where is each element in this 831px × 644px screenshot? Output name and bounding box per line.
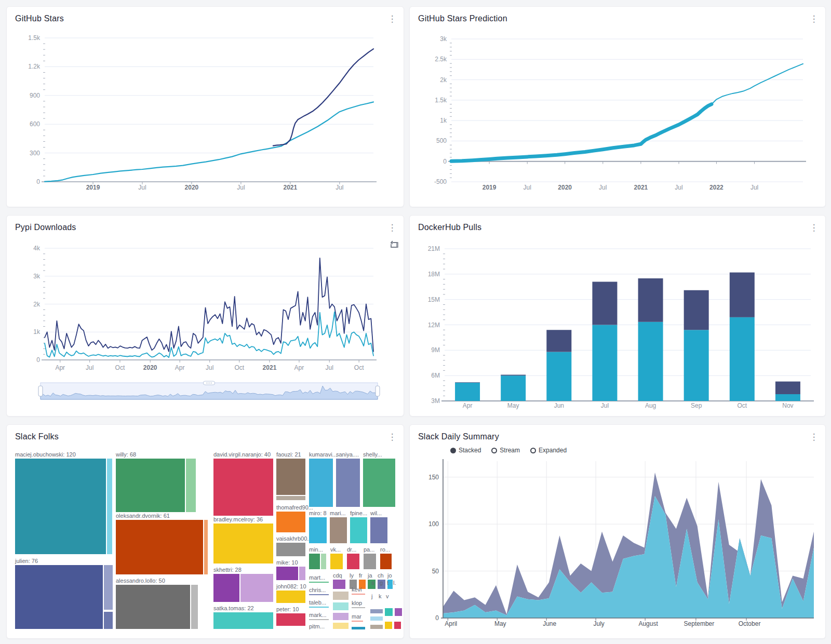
treemap-block[interactable] <box>276 591 305 603</box>
treemap-block[interactable] <box>352 594 365 595</box>
svg-text:May: May <box>507 402 519 409</box>
treemap-block[interactable] <box>370 616 383 621</box>
treemap-block[interactable] <box>213 574 239 602</box>
treemap-block[interactable] <box>363 459 395 507</box>
kebab-menu-icon[interactable]: ⋮ <box>808 430 820 445</box>
slider-handle[interactable] <box>38 386 43 396</box>
x-axis: AprJulOct2020AprJulOct2021AprJulOct <box>42 360 377 371</box>
treemap-block[interactable] <box>370 517 387 543</box>
bar-segment[interactable] <box>546 330 571 352</box>
treemap-block[interactable] <box>276 496 305 500</box>
bar-segment[interactable] <box>592 281 617 325</box>
treemap-block[interactable] <box>240 574 273 602</box>
bar-segment[interactable] <box>730 317 755 401</box>
treemap-block[interactable] <box>116 459 185 512</box>
treemap-block[interactable] <box>15 565 103 629</box>
slider-handle[interactable] <box>376 386 380 396</box>
legend-item-expanded[interactable]: Expanded <box>530 447 567 454</box>
treemap-block[interactable] <box>276 543 305 556</box>
bar-segment[interactable] <box>775 382 800 394</box>
treemap-block[interactable] <box>276 567 298 580</box>
series-line <box>712 64 803 104</box>
treemap-block[interactable] <box>395 608 402 616</box>
treemap-block[interactable] <box>364 554 376 569</box>
bar-segment[interactable] <box>638 278 663 322</box>
treemap-block[interactable] <box>333 613 349 620</box>
legend-item-stacked[interactable]: Stacked <box>450 447 481 454</box>
treemap-block[interactable] <box>116 520 203 574</box>
bar-segment[interactable] <box>592 325 617 401</box>
svg-text:3k: 3k <box>33 273 41 280</box>
treemap-block[interactable] <box>191 585 198 629</box>
treemap-block[interactable] <box>276 459 305 495</box>
svg-text:15M: 15M <box>428 296 440 303</box>
treemap-block[interactable] <box>276 512 305 532</box>
treemap-block[interactable] <box>350 517 367 543</box>
treemap-block[interactable] <box>104 612 113 629</box>
treemap-block[interactable] <box>276 613 305 626</box>
treemap-block[interactable] <box>309 607 329 608</box>
treemap-label: mart... <box>309 575 325 581</box>
treemap-block[interactable] <box>104 565 113 610</box>
treemap-block[interactable] <box>330 517 347 543</box>
treemap-block[interactable] <box>116 585 190 629</box>
treemap-block[interactable] <box>309 459 333 507</box>
bar-segment[interactable] <box>730 273 755 317</box>
treemap-block[interactable] <box>309 594 329 595</box>
svg-text:3M: 3M <box>431 397 440 405</box>
restore-icon[interactable] <box>390 240 399 249</box>
datazoom-slider[interactable] <box>38 381 380 399</box>
treemap-block[interactable] <box>213 612 273 629</box>
treemap-block[interactable] <box>336 459 360 507</box>
treemap-block[interactable] <box>186 459 196 512</box>
treemap-block[interactable] <box>309 619 329 620</box>
treemap-block[interactable] <box>204 520 208 574</box>
treemap-block[interactable] <box>347 554 359 569</box>
treemap-block[interactable] <box>213 524 273 564</box>
y-axis: 01k2k3k4k <box>33 245 373 364</box>
panel-slack-folks: Slack Folks ⋮ maciej.obuchowski: 120juli… <box>6 424 404 639</box>
treemap-block[interactable] <box>15 459 106 554</box>
svg-text:Oct: Oct <box>234 364 244 371</box>
treemap-block[interactable] <box>370 625 383 629</box>
treemap-block[interactable] <box>333 580 345 589</box>
treemap-block[interactable] <box>370 609 383 613</box>
bar-segment[interactable] <box>501 375 526 401</box>
treemap-block[interactable] <box>330 554 343 569</box>
treemap-block[interactable] <box>309 582 329 583</box>
kebab-menu-icon[interactable]: ⋮ <box>386 430 398 445</box>
kebab-menu-icon[interactable]: ⋮ <box>386 12 398 26</box>
treemap-block[interactable] <box>213 459 273 516</box>
treemap-label: vaisakhrb00... <box>276 536 312 542</box>
svg-text:Jul: Jul <box>675 184 682 191</box>
treemap-block[interactable] <box>394 622 401 629</box>
treemap-block[interactable] <box>352 621 363 622</box>
treemap-block[interactable] <box>385 622 392 629</box>
treemap-block[interactable] <box>385 608 393 616</box>
treemap-block[interactable] <box>352 607 365 608</box>
kebab-menu-icon[interactable]: ⋮ <box>808 12 820 26</box>
bar-segment[interactable] <box>455 383 480 401</box>
treemap-block[interactable] <box>333 592 349 600</box>
bar-segment[interactable] <box>684 290 709 330</box>
treemap-block[interactable] <box>107 459 112 554</box>
treemap-block[interactable] <box>380 554 392 569</box>
bar-segment[interactable] <box>638 322 663 401</box>
treemap-block[interactable] <box>333 602 349 610</box>
bar-segment[interactable] <box>775 394 800 401</box>
bar-segment[interactable] <box>455 382 480 383</box>
treemap-block[interactable] <box>321 554 326 569</box>
svg-text:Jul: Jul <box>206 364 213 371</box>
bar-segment[interactable] <box>684 330 709 401</box>
treemap-block[interactable] <box>352 627 365 629</box>
treemap-block[interactable] <box>299 567 305 580</box>
treemap-block[interactable] <box>309 517 327 543</box>
treemap-block[interactable] <box>333 623 349 629</box>
bar-segment[interactable] <box>501 375 526 376</box>
treemap-label: pitm... <box>309 624 325 629</box>
bar-segment[interactable] <box>546 352 571 401</box>
legend-item-stream[interactable]: Stream <box>491 447 520 454</box>
treemap-block[interactable] <box>309 554 320 569</box>
kebab-menu-icon[interactable]: ⋮ <box>808 221 820 235</box>
kebab-menu-icon[interactable]: ⋮ <box>386 221 398 235</box>
